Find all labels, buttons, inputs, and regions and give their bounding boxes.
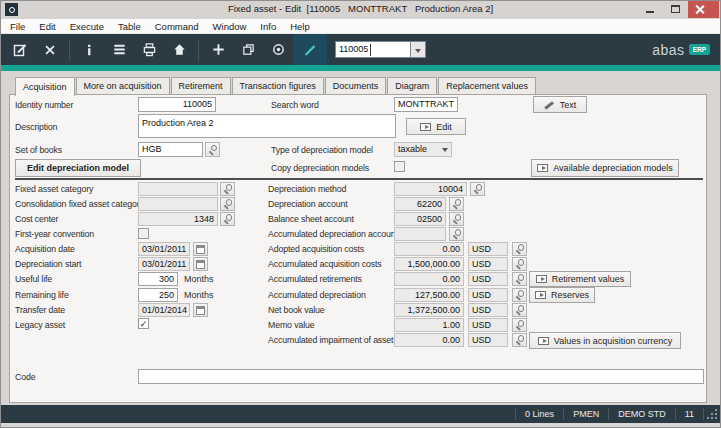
- depreciation-account-label: Depreciation account: [268, 199, 348, 209]
- depreciation-start-field[interactable]: 03/01/2011: [138, 257, 190, 271]
- accumulated-depreciation-account-lookup-button[interactable]: [449, 227, 464, 241]
- net-book-value-label: Net book value: [268, 305, 325, 315]
- lookup-magnifier-icon: [222, 199, 233, 210]
- accumulated-acquisition-costs-label: Accumulated acquisition costs: [268, 259, 382, 269]
- cost-center-field[interactable]: 1348: [138, 212, 218, 226]
- set-of-books-label: Set of books: [15, 145, 62, 155]
- memo-value-field[interactable]: 1.00: [394, 318, 464, 332]
- retirement-values-button[interactable]: Retirement values: [529, 271, 631, 287]
- code-field[interactable]: [138, 369, 704, 384]
- set-of-books-field[interactable]: HGB: [138, 142, 203, 157]
- type-of-depreciation-model-select[interactable]: taxable: [394, 142, 452, 157]
- reserves-label: Reserves: [551, 290, 589, 300]
- consolidation-category-field[interactable]: [138, 197, 218, 211]
- cost-center-lookup-button[interactable]: [220, 212, 235, 226]
- lookup-magnifier-icon: [514, 335, 525, 346]
- lookup-magnifier-icon: [451, 199, 462, 210]
- currency-lookup-button[interactable]: [512, 257, 527, 271]
- edit-description-button[interactable]: Edit: [406, 118, 466, 135]
- balance-sheet-account-field[interactable]: 02500: [394, 212, 446, 226]
- available-depreciation-models-button[interactable]: Available depreciation models: [531, 159, 679, 177]
- tab-replacement-values[interactable]: Replacement values: [438, 77, 536, 94]
- search-word-field[interactable]: MONTTRAKT: [394, 97, 458, 112]
- accumulated-depreciation-account-field[interactable]: [394, 227, 446, 241]
- search-word-label: Search word: [271, 100, 319, 110]
- lookup-magnifier-icon: [514, 274, 525, 285]
- lookup-magnifier-icon: [472, 184, 483, 195]
- depreciation-account-lookup-button[interactable]: [449, 197, 464, 211]
- values-in-acquisition-currency-button[interactable]: Values in acquisition currency: [529, 332, 681, 349]
- net-book-value-currency[interactable]: USD: [468, 303, 508, 317]
- tab-retirement[interactable]: Retirement: [171, 77, 231, 94]
- fixed-asset-category-label: Fixed asset category: [15, 184, 93, 194]
- currency-lookup-button[interactable]: [512, 272, 527, 286]
- text-button[interactable]: Text: [533, 96, 587, 113]
- depreciation-method-lookup-button[interactable]: [470, 182, 485, 196]
- acquisition-date-field[interactable]: 03/01/2011: [138, 242, 190, 256]
- adopted-acquisition-costs-field[interactable]: 0.00: [394, 242, 464, 256]
- remaining-life-unit: Months: [184, 290, 214, 300]
- lookup-magnifier-icon: [451, 229, 462, 240]
- set-of-books-lookup-button[interactable]: [205, 142, 220, 157]
- acquisition-form: Identity number 110005 Search word MONTT…: [1, 1, 720, 427]
- accumulated-depreciation-label: Accumulated depreciation: [268, 290, 366, 300]
- currency-lookup-button[interactable]: [512, 303, 527, 317]
- transfer-date-field[interactable]: 01/01/2014: [138, 303, 190, 317]
- fixed-asset-edit-window: Fixed asset - Edit [110005 MONTTRAKT Pro…: [0, 0, 721, 428]
- memo-value-currency[interactable]: USD: [468, 318, 508, 332]
- net-book-value-field[interactable]: 1,372,500.00: [394, 303, 464, 317]
- checkbox-mark: ✓: [140, 319, 148, 329]
- balance-sheet-account-lookup-button[interactable]: [449, 212, 464, 226]
- accumulated-impairment-field[interactable]: 0.00: [394, 333, 464, 347]
- edit-button-label: Edit: [436, 122, 452, 132]
- description-field[interactable]: Production Area 2: [138, 114, 396, 138]
- depreciation-method-field[interactable]: 10004: [394, 182, 467, 196]
- lookup-magnifier-icon: [222, 214, 233, 225]
- open-dialog-icon: [420, 123, 431, 131]
- transfer-date-calendar-button[interactable]: [193, 303, 208, 317]
- first-year-convention-label: First-year convention: [15, 229, 94, 239]
- identity-number-label: Identity number: [15, 100, 73, 110]
- currency-lookup-button[interactable]: [512, 242, 527, 256]
- fixed-asset-category-lookup-button[interactable]: [220, 182, 235, 196]
- acquisition-date-label: Acquisition date: [15, 244, 75, 254]
- lookup-magnifier-icon: [207, 144, 218, 155]
- lookup-magnifier-icon: [451, 214, 462, 225]
- currency-lookup-button[interactable]: [512, 333, 527, 347]
- tab-documents[interactable]: Documents: [325, 77, 387, 94]
- type-of-depreciation-model-value: taxable: [398, 144, 427, 154]
- adopted-acquisition-costs-currency[interactable]: USD: [468, 242, 508, 256]
- edit-depreciation-model-button[interactable]: Edit depreciation model: [15, 159, 141, 177]
- calendar-icon: [196, 245, 205, 254]
- accumulated-depreciation-currency[interactable]: USD: [468, 288, 508, 302]
- fixed-asset-category-field[interactable]: [138, 182, 218, 196]
- reserves-button[interactable]: Reserves: [529, 287, 595, 303]
- tab-transaction-figures[interactable]: Transaction figures: [232, 77, 324, 94]
- accumulated-retirements-field[interactable]: 0.00: [394, 272, 464, 286]
- copy-depreciation-models-checkbox[interactable]: [394, 161, 405, 172]
- first-year-convention-checkbox[interactable]: [138, 228, 149, 239]
- currency-lookup-button[interactable]: [512, 288, 527, 302]
- tab-acquisition[interactable]: Acquisition: [15, 77, 75, 96]
- depreciation-account-field[interactable]: 62200: [394, 197, 446, 211]
- accumulated-acquisition-costs-currency[interactable]: USD: [468, 257, 508, 271]
- remaining-life-field[interactable]: 250: [138, 288, 178, 302]
- available-depreciation-models-label: Available depreciation models: [553, 163, 672, 173]
- accumulated-acquisition-costs-field[interactable]: 1,500,000.00: [394, 257, 464, 271]
- acquisition-date-calendar-button[interactable]: [193, 242, 208, 256]
- accumulated-impairment-currency[interactable]: USD: [468, 333, 508, 347]
- legacy-asset-checkbox[interactable]: ✓: [138, 318, 149, 329]
- depreciation-method-label: Depreciation method: [268, 184, 346, 194]
- consolidation-category-lookup-button[interactable]: [220, 197, 235, 211]
- text-pencil-icon: [544, 100, 555, 110]
- accumulated-depreciation-field[interactable]: 127,500.00: [394, 288, 464, 302]
- depreciation-start-calendar-button[interactable]: [193, 257, 208, 271]
- legacy-asset-label: Legacy asset: [15, 320, 65, 330]
- accumulated-retirements-currency[interactable]: USD: [468, 272, 508, 286]
- tab-diagram[interactable]: Diagram: [387, 77, 437, 94]
- currency-lookup-button[interactable]: [512, 318, 527, 332]
- useful-life-field[interactable]: 300: [138, 272, 178, 286]
- identity-number-field[interactable]: 110005: [138, 97, 216, 112]
- lookup-magnifier-icon: [222, 184, 233, 195]
- tab-more-on-acquisition[interactable]: More on acquisition: [76, 77, 170, 94]
